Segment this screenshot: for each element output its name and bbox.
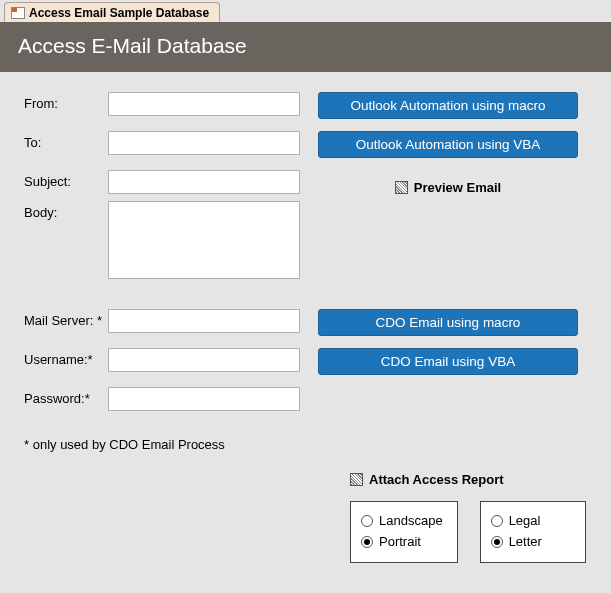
radio-legal-label: Legal bbox=[509, 513, 541, 528]
label-from: From: bbox=[24, 92, 108, 111]
radio-landscape-label: Landscape bbox=[379, 513, 443, 528]
attach-report-label: Attach Access Report bbox=[369, 472, 504, 487]
checkbox-icon bbox=[350, 473, 363, 486]
subject-input[interactable] bbox=[108, 170, 300, 194]
paper-group: Legal Letter bbox=[480, 501, 586, 563]
form-body: From: Outlook Automation using macro To:… bbox=[0, 72, 611, 573]
label-subject: Subject: bbox=[24, 170, 108, 189]
radio-landscape[interactable]: Landscape bbox=[361, 510, 443, 531]
attach-report-check[interactable]: Attach Access Report bbox=[350, 472, 587, 487]
label-body: Body: bbox=[24, 201, 108, 220]
label-username: Username:* bbox=[24, 348, 108, 367]
radio-icon bbox=[361, 536, 373, 548]
radio-icon bbox=[491, 536, 503, 548]
label-password: Password:* bbox=[24, 387, 108, 406]
preview-email-check[interactable]: Preview Email bbox=[318, 180, 578, 195]
password-input[interactable] bbox=[108, 387, 300, 411]
page-title: Access E-Mail Database bbox=[18, 34, 247, 57]
body-textarea[interactable] bbox=[108, 201, 300, 279]
label-to: To: bbox=[24, 131, 108, 150]
tab-access-email[interactable]: Access Email Sample Database bbox=[4, 2, 220, 22]
mailserver-input[interactable] bbox=[108, 309, 300, 333]
attach-section: Attach Access Report Landscape Portrait … bbox=[350, 472, 587, 563]
radio-icon bbox=[491, 515, 503, 527]
cdo-macro-button[interactable]: CDO Email using macro bbox=[318, 309, 578, 336]
cdo-vba-button[interactable]: CDO Email using VBA bbox=[318, 348, 578, 375]
preview-email-label: Preview Email bbox=[414, 180, 501, 195]
radio-letter-label: Letter bbox=[509, 534, 542, 549]
radio-legal[interactable]: Legal bbox=[491, 510, 571, 531]
outlook-vba-button[interactable]: Outlook Automation using VBA bbox=[318, 131, 578, 158]
radio-portrait-label: Portrait bbox=[379, 534, 421, 549]
username-input[interactable] bbox=[108, 348, 300, 372]
tab-bar: Access Email Sample Database bbox=[0, 0, 611, 22]
form-header: Access E-Mail Database bbox=[0, 22, 611, 72]
from-input[interactable] bbox=[108, 92, 300, 116]
label-mailserver: Mail Server: * bbox=[24, 309, 108, 328]
outlook-macro-button[interactable]: Outlook Automation using macro bbox=[318, 92, 578, 119]
to-input[interactable] bbox=[108, 131, 300, 155]
tab-title: Access Email Sample Database bbox=[29, 6, 209, 20]
form-icon bbox=[11, 7, 25, 19]
radio-icon bbox=[361, 515, 373, 527]
checkbox-icon bbox=[395, 181, 408, 194]
radio-portrait[interactable]: Portrait bbox=[361, 531, 443, 552]
orientation-group: Landscape Portrait bbox=[350, 501, 458, 563]
cdo-note: * only used by CDO Email Process bbox=[24, 437, 587, 452]
radio-letter[interactable]: Letter bbox=[491, 531, 571, 552]
